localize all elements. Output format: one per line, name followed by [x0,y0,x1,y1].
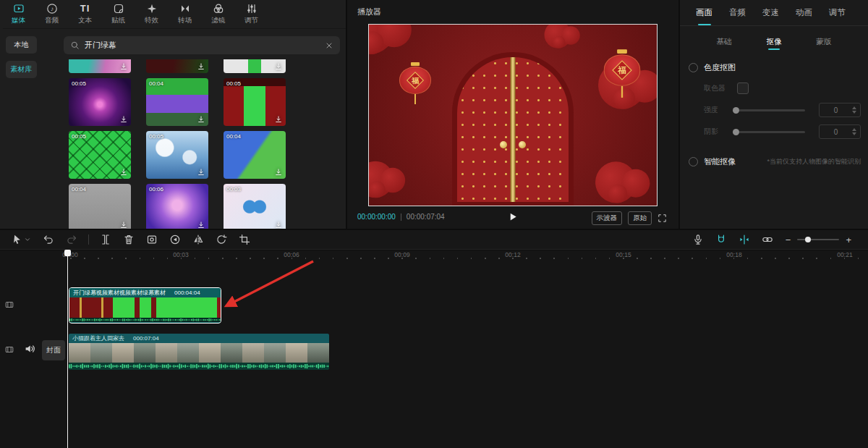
play-button[interactable] [508,211,519,222]
sub-tab-basic[interactable]: 基础 [715,35,733,49]
media-thumb[interactable]: 00:06 [146,184,208,229]
top-tab-filters[interactable]: 滤镜 [203,3,234,25]
redo-button[interactable] [66,234,77,245]
timeline-toolbar-toggles [686,234,779,245]
preview-scene: 福 福 [369,25,657,206]
fullscreen-icon[interactable] [658,214,667,223]
freeze-frame-button[interactable] [146,234,158,245]
microphone-button[interactable] [692,234,704,245]
zoom-out-button[interactable]: − [786,235,791,245]
settings-tab-picture[interactable]: 画面 [696,0,712,25]
download-icon[interactable] [274,115,283,124]
top-tab-text[interactable]: TI文本 [69,3,101,25]
undo-button[interactable] [43,234,54,245]
ruler-ticks [70,258,868,259]
settings-tab-adjust[interactable]: 调节 [829,0,846,25]
link-button[interactable] [762,234,773,245]
slider-value-box[interactable]: 0 [819,103,861,117]
sidebar-item-local[interactable]: 本地 [6,36,37,54]
media-thumb[interactable] [146,59,208,73]
rotate-button[interactable] [216,234,227,245]
video-preview[interactable]: 福 福 [368,24,658,206]
download-icon[interactable] [274,168,283,177]
top-tab-media[interactable]: 媒体 [3,3,34,25]
clip-filmstrip [69,343,329,363]
track2-type-icon[interactable] [4,345,14,355]
download-icon[interactable] [119,115,128,124]
timeline-clip-cat-video[interactable]: 小猫跟着主人回家去 000:07:04 [69,334,329,370]
clip-frame [112,343,134,363]
top-tab-label: 音频 [45,16,59,25]
oscilloscope-button[interactable]: 示波器 [592,211,623,225]
media-panel: 媒体♪音频TI文本贴纸特效转场滤镜调节 本地素材库 00:0500:0400:0… [0,0,346,229]
stepper[interactable] [852,106,856,114]
download-icon[interactable] [197,221,205,229]
media-thumb[interactable]: 00:05 [146,131,208,179]
split-button[interactable] [100,234,111,245]
download-icon[interactable] [119,62,128,71]
mirror-button[interactable] [192,234,204,245]
media-thumb[interactable]: 00:04 [69,184,131,229]
settings-tab-audio[interactable]: 音频 [729,0,746,25]
media-thumb[interactable] [224,59,286,73]
download-icon[interactable] [197,115,205,124]
download-icon[interactable] [197,62,205,71]
top-tab-adjust[interactable]: 调节 [236,3,267,25]
sub-tab-mask[interactable]: 蒙版 [815,35,833,49]
media-thumb[interactable]: 00:04 [224,131,286,179]
player-title: 播放器 [357,7,381,17]
download-icon[interactable] [119,221,128,229]
color-picker-swatch[interactable] [737,83,749,94]
original-button[interactable]: 原始 [628,211,652,225]
magnet-button[interactable] [715,234,727,245]
select-tool-button[interactable] [12,234,31,245]
media-thumb[interactable]: 00:05 [224,78,286,126]
delete-button[interactable] [123,234,135,245]
download-icon[interactable] [274,221,283,229]
slider-value-box[interactable]: 0 [819,124,861,139]
cover-button[interactable]: 封面 [42,340,65,360]
crop-button[interactable] [239,234,250,245]
sidebar-item-library[interactable]: 素材库 [6,61,37,78]
zoom-slider-knob[interactable] [805,237,811,242]
slider-track[interactable] [733,109,805,111]
download-icon[interactable] [274,62,283,71]
top-tab-effects[interactable]: 特效 [136,3,167,25]
media-thumb[interactable]: 00:04 [146,78,208,126]
zoom-in-button[interactable]: + [846,235,851,245]
media-thumb[interactable] [69,59,131,73]
thumb-duration: 00:06 [149,186,163,193]
track-audio-toggle-icon[interactable] [24,343,35,355]
time-display: 00:00:00:00 00:00:07:04 [357,213,445,221]
track1-type-icon[interactable] [4,300,14,310]
stepper[interactable] [852,128,856,135]
clip-title: 小猫跟着主人回家去 [72,334,124,342]
playhead-handle[interactable] [64,250,71,256]
reverse-button[interactable] [169,234,181,245]
top-tab-sticker[interactable]: 贴纸 [103,3,134,25]
media-thumb[interactable]: 00:03 [224,184,286,229]
top-tab-audio[interactable]: ♪音频 [36,3,67,25]
settings-tab-speed[interactable]: 变速 [762,0,779,25]
snap-button[interactable] [739,234,750,245]
timeline-ruler[interactable]: 00:0000:0300:0600:0900:1200:1500:1800:21 [0,250,868,262]
slider-knob[interactable] [733,107,739,114]
chroma-key-checkbox[interactable] [689,63,698,72]
download-icon[interactable] [197,168,205,177]
media-thumb[interactable]: 00:05 [69,78,131,126]
download-icon[interactable] [119,168,128,177]
smart-key-checkbox[interactable] [689,157,698,166]
slider-knob[interactable] [733,129,739,135]
search-input[interactable] [85,41,320,50]
zoom-slider[interactable] [797,239,839,240]
media-thumb[interactable]: 00:05 [69,131,131,179]
sub-tab-keying[interactable]: 抠像 [765,35,783,49]
top-tab-transitions[interactable]: 转场 [169,3,200,25]
settings-tab-animation[interactable]: 动画 [796,0,812,25]
search-clear-icon[interactable] [325,41,333,50]
thumb-duration: 00:05 [149,133,163,140]
chroma-key-row: 色度抠图 [689,62,861,73]
clip-frame [242,343,264,363]
slider-track[interactable] [733,131,805,133]
timeline-clip-greenscreen[interactable]: 开门绿幕视频素材视频素材绿幕素材 000:04:04 [69,287,221,324]
